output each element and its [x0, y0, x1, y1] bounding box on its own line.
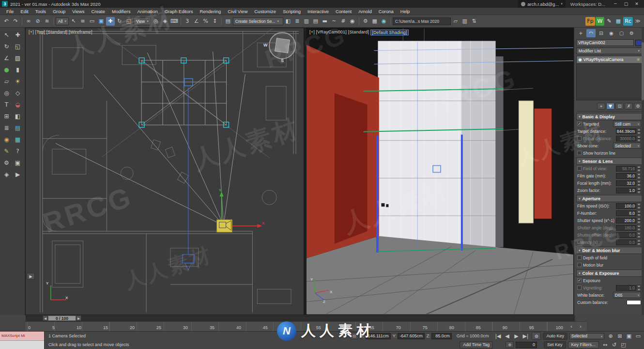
focus-distance-spinner[interactable]: 30000.0: [616, 135, 641, 142]
z-coordinate-field[interactable]: 85.0cm: [431, 333, 452, 339]
next-frame-arrow[interactable]: ▶: [76, 316, 81, 321]
project-folder-icon[interactable]: ▱: [451, 17, 460, 26]
time-slider-track[interactable]: [26, 316, 574, 320]
mirror-icon[interactable]: ◧: [284, 17, 292, 26]
remove-modifier-icon[interactable]: ✗: [625, 103, 633, 110]
viewport-label[interactable]: [+] [VRayCam001] [Standard] [Default Sha…: [309, 30, 409, 35]
spinner-arrows-icon[interactable]: [637, 165, 641, 172]
listener-field[interactable]: [0, 341, 44, 349]
redo-icon[interactable]: ↷: [11, 17, 20, 26]
shutter-offset-spinner[interactable]: 0.0: [616, 232, 641, 238]
menu-scripting[interactable]: Scripting: [279, 9, 304, 14]
project-path-field[interactable]: C:\Users\a...s Max 2020: [393, 17, 451, 25]
spinner-arrows-icon[interactable]: [637, 135, 641, 142]
viewcube-south-label[interactable]: S: [281, 58, 284, 63]
configure-modifier-sets-icon[interactable]: ⚙: [634, 103, 642, 110]
pin-stack-icon[interactable]: ⌖: [597, 103, 605, 110]
forest-pack-icon[interactable]: Fp: [585, 17, 595, 26]
schematic-view-icon[interactable]: #: [339, 17, 348, 26]
lt-scale-icon[interactable]: ◱: [13, 42, 23, 51]
play-button[interactable]: ▶: [512, 332, 521, 340]
viewport-camera-shaded[interactable]: [+] [VRayCam001] [Standard] [Default Sha…: [306, 28, 574, 315]
spinner-arrows-icon[interactable]: [637, 217, 641, 223]
focal-length-spinner[interactable]: 32.0: [616, 180, 641, 186]
white-balance-dropdown[interactable]: D65: [613, 292, 641, 298]
select-and-rotate-icon[interactable]: ↻: [115, 17, 124, 26]
lt-snap-icon[interactable]: ∠: [1, 53, 12, 63]
spinner-arrows-icon[interactable]: [637, 128, 641, 134]
command-panel-scrollbar[interactable]: [642, 28, 644, 315]
menu-customize[interactable]: Customize: [251, 9, 279, 14]
import-export-icon[interactable]: ⇅: [470, 17, 478, 26]
vignetting-checkbox[interactable]: [577, 286, 582, 290]
rendered-frame-icon[interactable]: ▦: [370, 17, 379, 26]
lt-mirror-icon[interactable]: ◧: [13, 111, 23, 121]
menu-interactive[interactable]: Interactive: [304, 9, 332, 14]
railclone-icon[interactable]: Rc: [623, 17, 633, 26]
lt-extra-icon[interactable]: ◈: [1, 170, 12, 179]
film-gate-spinner[interactable]: 36.0: [616, 173, 641, 179]
key-mode-toggle-icon[interactable]: ⊚: [506, 341, 514, 348]
depth-of-field-checkbox[interactable]: [577, 255, 582, 260]
show-end-result-icon[interactable]: ▼: [606, 103, 614, 110]
lt-select-icon[interactable]: ↖: [1, 30, 12, 40]
key-set-dropdown[interactable]: Selected: [569, 333, 604, 339]
lt-array-icon[interactable]: ⊞: [1, 111, 12, 121]
select-and-manipulate-icon[interactable]: ◈: [161, 17, 169, 26]
rollout-header-color-exposure[interactable]: ▾Color & Exposure: [576, 270, 642, 277]
pan-button[interactable]: ↔: [601, 340, 610, 349]
display-tab-icon[interactable]: ▢: [617, 29, 626, 37]
time-slider-grip[interactable]: 0 / 100: [48, 316, 76, 321]
lt-move-icon[interactable]: ✚: [13, 30, 23, 40]
show-cone-dropdown[interactable]: Selected: [613, 143, 641, 149]
select-and-scale-icon[interactable]: ◱: [124, 17, 133, 26]
menu-file[interactable]: File: [3, 9, 17, 14]
zoom-extents-button[interactable]: ▣: [625, 332, 633, 340]
undo-icon[interactable]: ↶: [2, 17, 11, 26]
lt-sphere-icon[interactable]: ●: [1, 65, 12, 75]
previous-frame-arrow[interactable]: ◀: [43, 316, 48, 321]
key-filters-button[interactable]: Key Filters...: [568, 341, 599, 349]
timeline-prev-arrow[interactable]: ‹: [567, 322, 576, 331]
specify-fov-checkbox[interactable]: [577, 166, 582, 171]
lt-layers-icon[interactable]: ▤: [13, 123, 23, 133]
go-to-start-button[interactable]: |◀: [493, 332, 502, 340]
custom-balance-swatch[interactable]: [627, 300, 641, 305]
lt-grid-icon[interactable]: ▣: [13, 158, 23, 168]
create-tab-icon[interactable]: +: [576, 29, 585, 37]
menu-create[interactable]: Create: [88, 9, 108, 14]
menu-graph-editors[interactable]: Graph Editors: [161, 9, 197, 14]
unlink-selection-icon[interactable]: ⊘: [33, 17, 42, 26]
maximize-viewport-button[interactable]: ◰: [619, 340, 628, 349]
account-menu[interactable]: arch.r.abd@g... ▾: [518, 0, 566, 8]
menu-modifiers[interactable]: Modifiers: [108, 9, 134, 14]
x-coordinate-field[interactable]: 146.111cm: [366, 333, 391, 339]
menu-civil-view[interactable]: Civil View: [224, 9, 251, 14]
previous-frame-button[interactable]: ◀: [503, 332, 511, 340]
render-setup-icon[interactable]: ⚙: [361, 17, 370, 26]
go-to-end-button[interactable]: ▶|: [521, 332, 530, 340]
lt-shape-icon[interactable]: ◇: [13, 88, 23, 98]
spinner-arrows-icon[interactable]: [637, 210, 641, 216]
lt-script-icon[interactable]: ✎: [1, 146, 12, 156]
spinner-arrows-icon[interactable]: [637, 187, 641, 193]
maximize-button[interactable]: □: [621, 0, 631, 7]
select-and-link-icon[interactable]: ∞: [24, 17, 33, 26]
material-editor-icon[interactable]: ◉: [348, 17, 357, 26]
viewport-flyout-button[interactable]: ▶: [27, 273, 35, 280]
modify-tab-icon[interactable]: ◠: [586, 29, 596, 37]
film-speed-spinner[interactable]: 100.0: [616, 203, 641, 209]
motion-blur-checkbox[interactable]: [577, 263, 582, 267]
viewcube-face[interactable]: [275, 38, 290, 53]
focus-distance-checkbox[interactable]: [577, 136, 582, 141]
f-number-spinner[interactable]: 8.0: [616, 210, 641, 216]
orbit-button[interactable]: ↺: [610, 340, 619, 349]
pencil-icon[interactable]: ✎: [605, 17, 613, 26]
spinner-arrows-icon[interactable]: [637, 180, 641, 186]
bind-to-space-warp-icon[interactable]: ≋: [43, 17, 51, 26]
zoom-factor-spinner[interactable]: 1.0: [616, 187, 641, 193]
render-production-icon[interactable]: ◉: [380, 17, 388, 26]
macro-recorder-field[interactable]: MAXScript Mi: [0, 332, 44, 341]
scrollbar-thumb[interactable]: [642, 42, 644, 100]
spinner-arrows-icon[interactable]: [637, 203, 641, 209]
